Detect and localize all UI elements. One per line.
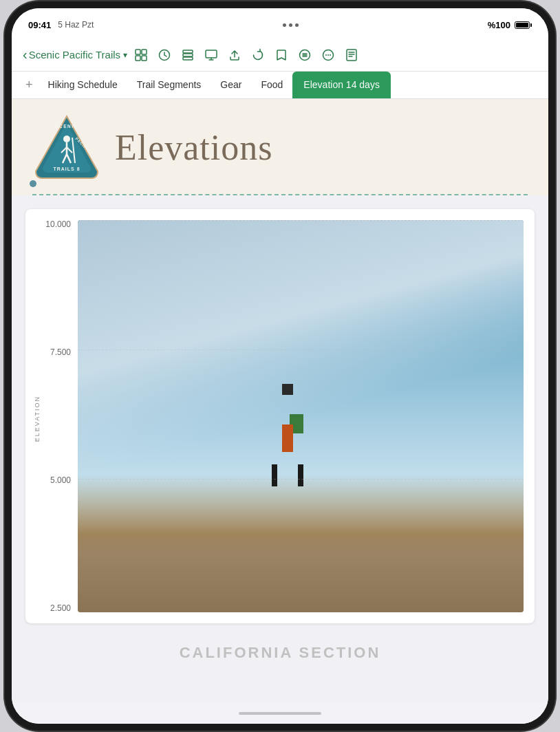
page-header: SCENIC PACIFIC TRAILS 8 Elevations bbox=[12, 99, 548, 195]
hiker-background-photo bbox=[78, 220, 524, 612]
status-right: %100 bbox=[488, 20, 532, 30]
battery-percent: %100 bbox=[488, 20, 510, 30]
svg-rect-0 bbox=[136, 50, 140, 54]
toolbar: ‹ Scenic Pacific Trails ▾ bbox=[12, 39, 548, 72]
note-icon[interactable] bbox=[345, 48, 358, 62]
tab-food[interactable]: Food bbox=[251, 72, 292, 99]
reload-icon[interactable] bbox=[251, 48, 265, 62]
bookmark-icon[interactable] bbox=[274, 48, 288, 62]
svg-rect-5 bbox=[183, 50, 193, 53]
back-button[interactable]: ‹ Scenic Pacific Trails ▾ bbox=[23, 47, 127, 63]
page-title: Elevations bbox=[115, 127, 273, 168]
tabs-bar: + Hiking Schedule Trail Segments Gear Fo… bbox=[12, 72, 548, 99]
toolbar-icons bbox=[134, 48, 358, 62]
grid-icon[interactable] bbox=[134, 48, 148, 62]
chevron-left-icon: ‹ bbox=[23, 47, 28, 63]
menu-icon[interactable] bbox=[298, 48, 312, 62]
share-icon[interactable] bbox=[228, 48, 241, 62]
elevation-photo bbox=[78, 220, 524, 612]
svg-point-15 bbox=[63, 136, 70, 142]
status-center bbox=[283, 23, 299, 27]
logo-badge: SCENIC PACIFIC TRAILS 8 bbox=[32, 113, 101, 182]
chart-container: ELEVATION 10.000 7.500 5.000 2.500 bbox=[25, 209, 535, 623]
dropdown-chevron-icon: ▾ bbox=[123, 50, 127, 60]
tab-trail-segments[interactable]: Trail Segments bbox=[127, 72, 211, 99]
gridline-mid bbox=[78, 479, 524, 480]
svg-rect-3 bbox=[142, 56, 147, 61]
y-label-2500: 2.500 bbox=[45, 604, 71, 612]
carrier: 5 Haz Pzt bbox=[58, 20, 94, 30]
y-label-7500: 7.500 bbox=[45, 348, 71, 356]
back-label: Scenic Pacific Trails bbox=[29, 49, 120, 61]
y-label-10000: 10.000 bbox=[45, 220, 71, 228]
y-label-5000: 5.000 bbox=[45, 476, 71, 484]
status-bar: 09:41 5 Haz Pzt %100 bbox=[12, 8, 548, 39]
gridline-top bbox=[78, 220, 524, 221]
svg-point-12 bbox=[327, 54, 329, 56]
add-tab-button[interactable]: + bbox=[20, 78, 39, 92]
svg-rect-2 bbox=[136, 56, 140, 61]
bottom-section-title: CALIFORNIA SECTION bbox=[25, 644, 535, 662]
monitor-icon[interactable] bbox=[204, 48, 218, 62]
svg-text:SCENIC: SCENIC bbox=[55, 124, 78, 129]
home-indicator bbox=[12, 703, 548, 724]
svg-point-13 bbox=[330, 54, 331, 56]
battery-icon bbox=[515, 21, 532, 29]
svg-rect-8 bbox=[206, 50, 217, 58]
ipad-device: 09:41 5 Haz Pzt %100 ‹ Scenic Pacific Tr… bbox=[12, 8, 548, 724]
progress-dot bbox=[30, 180, 36, 187]
dot1 bbox=[283, 23, 286, 27]
y-axis-title: ELEVATION bbox=[34, 396, 41, 442]
clock-icon[interactable] bbox=[158, 48, 171, 62]
svg-text:TRAILS 8: TRAILS 8 bbox=[53, 166, 80, 171]
dot2 bbox=[289, 23, 292, 27]
tab-gear[interactable]: Gear bbox=[211, 72, 251, 99]
bottom-section: CALIFORNIA SECTION bbox=[12, 637, 548, 676]
time: 09:41 bbox=[28, 20, 51, 30]
svg-rect-7 bbox=[183, 57, 193, 60]
chart-inner: ELEVATION 10.000 7.500 5.000 2.500 bbox=[36, 220, 524, 612]
y-axis: ELEVATION 10.000 7.500 5.000 2.500 bbox=[36, 220, 78, 612]
content-area: SCENIC PACIFIC TRAILS 8 Elevations ELEVA… bbox=[12, 99, 548, 703]
tab-elevation[interactable]: Elevation 14 days bbox=[292, 72, 391, 99]
svg-point-11 bbox=[325, 54, 327, 56]
ellipsis-icon[interactable] bbox=[321, 48, 335, 62]
gridline-upper bbox=[78, 349, 524, 350]
y-label-container: 10.000 7.500 5.000 2.500 bbox=[45, 220, 71, 612]
dot3 bbox=[295, 23, 299, 27]
layers-icon[interactable] bbox=[181, 48, 195, 62]
status-left: 09:41 5 Haz Pzt bbox=[28, 20, 94, 30]
svg-rect-1 bbox=[142, 50, 147, 54]
svg-rect-14 bbox=[347, 50, 356, 61]
tab-hiking-schedule[interactable]: Hiking Schedule bbox=[39, 72, 127, 99]
svg-rect-6 bbox=[183, 54, 193, 56]
home-bar bbox=[239, 712, 321, 715]
